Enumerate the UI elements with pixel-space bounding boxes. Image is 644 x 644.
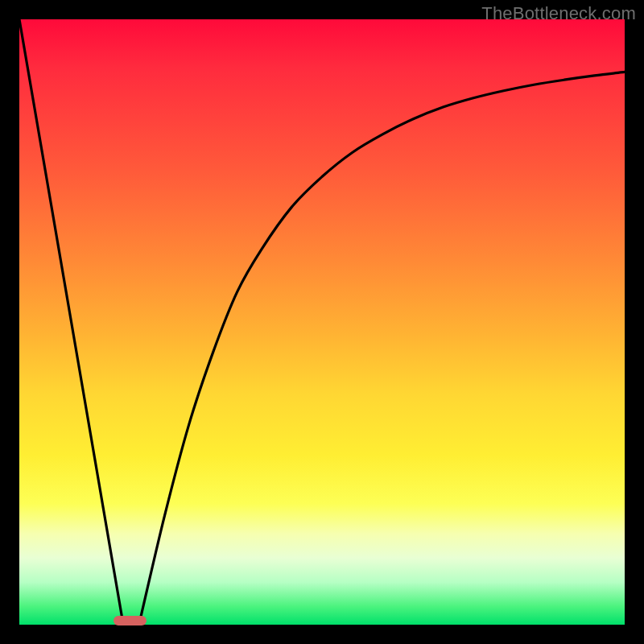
curve-right xyxy=(140,72,625,618)
plot-area xyxy=(19,19,625,625)
bottleneck-marker xyxy=(114,616,147,625)
chart-curves xyxy=(19,19,625,625)
chart-frame: TheBottleneck.com xyxy=(0,0,644,644)
curve-left xyxy=(19,19,122,618)
